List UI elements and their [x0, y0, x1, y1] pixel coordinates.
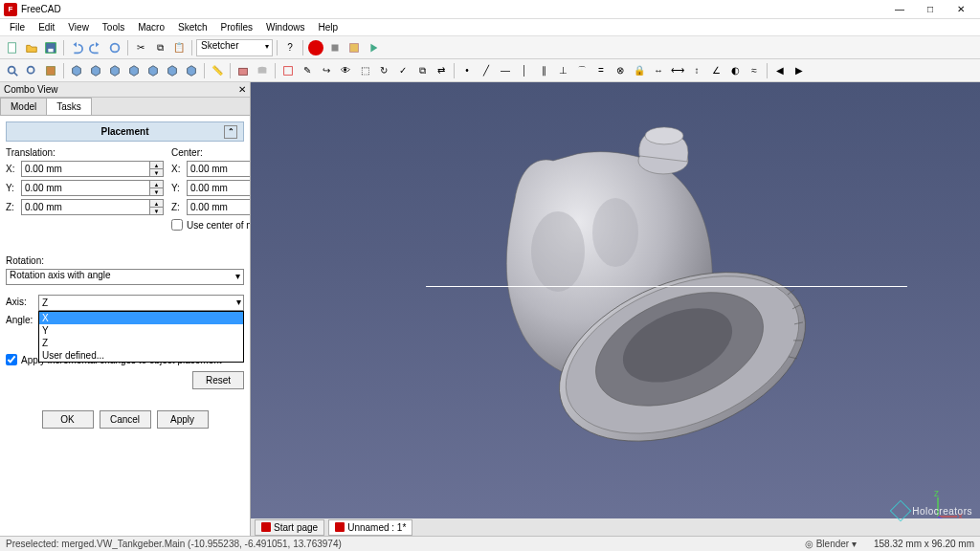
fit-selection-icon[interactable]	[23, 62, 40, 79]
fit-all-icon[interactable]	[4, 62, 21, 79]
view-front-icon[interactable]	[87, 62, 104, 79]
view-left-icon[interactable]	[183, 62, 200, 79]
rotation-mode-select[interactable]: Rotation axis with angle	[6, 269, 244, 285]
macro-record-icon[interactable]	[307, 39, 324, 56]
center-x-input[interactable]: ▲▼	[187, 161, 250, 177]
macro-stop-icon[interactable]	[326, 39, 344, 56]
axis-select[interactable]: Z X Y Z User defined...	[38, 295, 244, 311]
constraint-line-icon[interactable]: ╱	[478, 62, 495, 79]
doc-tab-unnamed[interactable]: Unnamed : 1*	[328, 519, 412, 536]
sketch-mirror-icon[interactable]: ⇄	[433, 62, 450, 79]
constraint-horiz-icon[interactable]: —	[497, 62, 514, 79]
macro-list-icon[interactable]	[345, 39, 363, 56]
constraint-dist-icon[interactable]: ↔	[650, 62, 667, 79]
tab-tasks[interactable]: Tasks	[46, 98, 92, 115]
view-rear-icon[interactable]	[145, 62, 162, 79]
use-center-mass-checkbox[interactable]: Use center of mass	[171, 219, 250, 231]
menu-edit[interactable]: Edit	[33, 20, 60, 34]
ok-button[interactable]: OK	[42, 410, 94, 429]
view-right-icon[interactable]	[125, 62, 143, 79]
sketch-map-icon[interactable]: ⬚	[356, 62, 373, 79]
save-icon[interactable]	[42, 39, 59, 56]
cy-label: Y:	[171, 183, 187, 193]
reset-button[interactable]: Reset	[192, 371, 244, 389]
cut-icon[interactable]: ✂	[132, 39, 149, 56]
constraint-perp-icon[interactable]: ⊥	[554, 62, 571, 79]
status-preselect: Preselected: merged.VW_Tankgeber.Main (-…	[6, 539, 788, 549]
constraint-tangent-icon[interactable]: ⌒	[573, 62, 590, 79]
menu-bar: File Edit View Tools Macro Sketch Profil…	[0, 19, 980, 36]
menu-windows[interactable]: Windows	[260, 20, 311, 34]
axis-option-user[interactable]: User defined...	[39, 349, 243, 362]
constraint-parallel-icon[interactable]: ∥	[535, 62, 552, 79]
nav-right-icon[interactable]: ▶	[791, 62, 808, 79]
tab-model[interactable]: Model	[0, 98, 47, 115]
doc-tab-start[interactable]: Start page	[255, 519, 324, 536]
axis-option-z[interactable]: Z	[39, 337, 243, 349]
menu-profiles[interactable]: Profiles	[215, 20, 258, 34]
sketch-leave-icon[interactable]: ↪	[318, 62, 335, 79]
constraint-vert-icon[interactable]: │	[516, 62, 533, 79]
apply-button[interactable]: Apply	[157, 410, 209, 429]
combo-close-icon[interactable]: ✕	[238, 84, 246, 95]
constraint-block-icon[interactable]: 🔒	[631, 62, 648, 79]
menu-macro[interactable]: Macro	[132, 20, 170, 34]
translation-y-input[interactable]: ▲▼	[21, 180, 164, 196]
draw-style-icon[interactable]	[42, 62, 59, 79]
axis-option-y[interactable]: Y	[39, 324, 243, 337]
constraint-rad-icon[interactable]: ◐	[726, 62, 744, 79]
new-file-icon[interactable]	[4, 39, 21, 56]
measure-icon[interactable]: 📏	[209, 62, 226, 79]
constraint-snell-icon[interactable]: ≈	[746, 62, 763, 79]
sketch-edit-icon[interactable]: ✎	[299, 62, 316, 79]
center-y-input[interactable]: ▲▼	[187, 180, 250, 196]
macro-play-icon[interactable]	[365, 39, 382, 56]
axis-option-x[interactable]: X	[39, 312, 243, 324]
menu-help[interactable]: Help	[313, 20, 345, 34]
sketch-view-icon[interactable]: 👁	[337, 62, 354, 79]
view-bottom-icon[interactable]	[164, 62, 181, 79]
constraint-point-icon[interactable]: •	[458, 62, 476, 79]
minimize-button[interactable]: —	[884, 1, 915, 18]
viewport-3d[interactable]: z x Start page Unnamed : 1* Holocreators	[251, 82, 980, 536]
menu-tools[interactable]: Tools	[97, 20, 130, 34]
model-rendering	[410, 108, 821, 474]
rotation-label: Rotation:	[6, 255, 244, 266]
redo-icon[interactable]	[87, 39, 104, 56]
whats-this-icon[interactable]: ?	[281, 39, 299, 56]
translation-z-input[interactable]: ▲▼	[21, 199, 164, 215]
collapse-icon[interactable]: ⌃	[224, 125, 237, 139]
part-box-icon[interactable]	[234, 62, 252, 79]
sketch-merge-icon[interactable]: ⧉	[413, 62, 431, 79]
nav-left-icon[interactable]: ◀	[771, 62, 789, 79]
view-iso-icon[interactable]	[68, 62, 85, 79]
constraint-distv-icon[interactable]: ↕	[688, 62, 705, 79]
sketch-validate-icon[interactable]: ✓	[394, 62, 412, 79]
combo-view-header: Combo View ✕	[0, 82, 250, 98]
sketch-reorient-icon[interactable]: ↻	[375, 62, 392, 79]
constraint-angle-icon[interactable]: ∠	[707, 62, 724, 79]
copy-icon[interactable]: ⧉	[151, 39, 168, 56]
center-z-input[interactable]: ▲▼	[187, 199, 250, 215]
maximize-button[interactable]: □	[915, 1, 946, 18]
constraint-equal-icon[interactable]: =	[592, 62, 610, 79]
constraint-sym-icon[interactable]: ⊗	[612, 62, 629, 79]
workbench-select[interactable]: Sketcher	[196, 39, 273, 56]
constraint-disth-icon[interactable]: ⟷	[669, 62, 686, 79]
task-panel: Placement ⌃ Translation: X:▲▼ Y:▲▼ Z:▲▼ …	[0, 116, 250, 536]
undo-icon[interactable]	[68, 39, 85, 56]
sketch-new-icon[interactable]	[279, 62, 297, 79]
paste-icon[interactable]: 📋	[170, 39, 188, 56]
nav-style-select[interactable]: ◎ Blender ▾	[805, 539, 857, 549]
menu-file[interactable]: File	[4, 20, 31, 34]
translation-x-input[interactable]: ▲▼	[21, 161, 164, 177]
refresh-icon[interactable]	[106, 39, 123, 56]
view-top-icon[interactable]	[106, 62, 123, 79]
menu-view[interactable]: View	[62, 20, 95, 34]
combo-tabs: Model Tasks	[0, 98, 250, 116]
menu-sketch[interactable]: Sketch	[172, 20, 213, 34]
open-file-icon[interactable]	[23, 39, 40, 56]
close-button[interactable]: ✕	[946, 1, 976, 18]
part-cyl-icon[interactable]	[254, 62, 271, 79]
cancel-button[interactable]: Cancel	[100, 410, 151, 429]
